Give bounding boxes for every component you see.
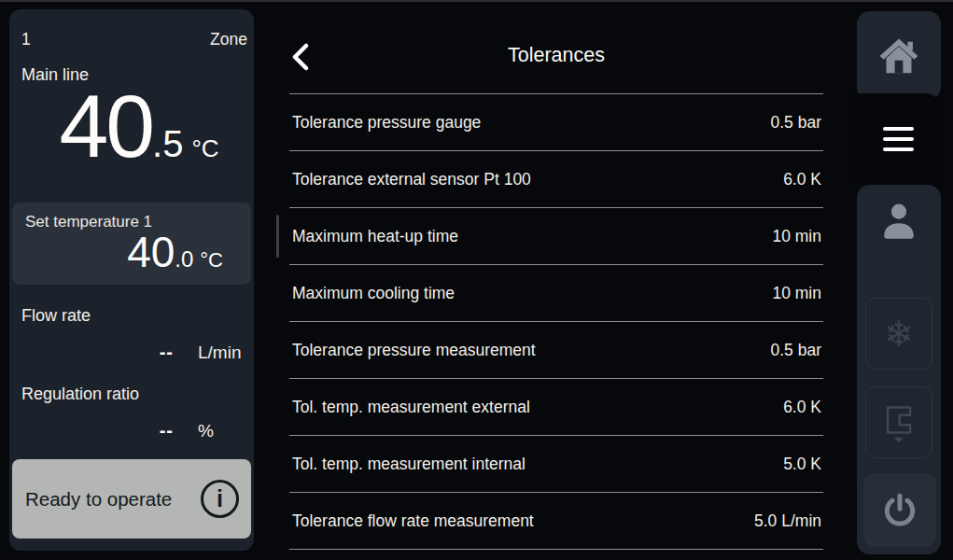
- set-temperature-value: 40 .0 °C: [25, 229, 238, 276]
- page-title: Tolerances: [289, 44, 823, 67]
- set-temp-integer: 40: [127, 229, 175, 276]
- info-icon[interactable]: i: [201, 480, 239, 518]
- row-value: 6.0 K: [783, 170, 821, 189]
- row-label: Tolerance external sensor Pt 100: [292, 170, 531, 189]
- user-icon: [880, 202, 918, 241]
- screen: 1 Zone Main line 40 .5 °C Set temperatur…: [0, 0, 953, 560]
- row-label: Tol. temp. measurement internal: [292, 455, 526, 474]
- status-label: Ready to operate: [25, 488, 172, 511]
- row-label: Tolerance pressure measurement: [292, 341, 536, 360]
- row-value: 0.5 bar: [771, 341, 821, 360]
- page-header: Tolerances: [289, 2, 823, 94]
- row-label: Tolerance flow rate measurement: [292, 511, 534, 531]
- nav-power-button[interactable]: [863, 473, 936, 547]
- main-temp-integer: 40: [59, 82, 152, 171]
- regulation-ratio-unit: %: [198, 421, 214, 441]
- main-temp-unit: °C: [191, 134, 218, 163]
- tolerances-list: Tolerance pressure gauge 0.5 bar Toleran…: [289, 94, 823, 550]
- row-label: Maximum heat-up time: [292, 227, 458, 246]
- zone-panel: 1 Zone Main line 40 .5 °C Set temperatur…: [9, 9, 254, 551]
- list-item-tol-temp-external[interactable]: Tol. temp. measurement external 6.0 K: [289, 379, 823, 436]
- main-temperature-readout: 40 .5 °C: [9, 82, 254, 171]
- home-icon: [878, 37, 919, 75]
- row-label: Maximum cooling time: [292, 284, 455, 303]
- zone-header: 1 Zone: [21, 30, 247, 49]
- row-value: 5.0 K: [783, 455, 821, 474]
- list-item-tol-temp-internal[interactable]: Tol. temp. measurement internal 5.0 K: [289, 436, 823, 493]
- menu-icon: [883, 127, 914, 131]
- row-value: 6.0 K: [783, 398, 821, 417]
- row-value: 10 min: [772, 227, 821, 246]
- scrollbar-thumb[interactable]: [276, 215, 279, 258]
- set-temp-decimal: .0: [175, 246, 193, 273]
- regulation-ratio-label: Regulation ratio: [21, 385, 139, 404]
- row-label: Tol. temp. measurement external: [292, 398, 530, 417]
- row-value: 5.0 L/min: [754, 511, 821, 531]
- nav-home-button[interactable]: [857, 11, 941, 100]
- flow-rate-unit: L/min: [198, 343, 241, 363]
- zone-number: 1: [21, 30, 31, 49]
- set-temperature-card[interactable]: Set temperature 1 40 .0 °C: [12, 203, 251, 285]
- list-item-max-cooling-time[interactable]: Maximum cooling time 10 min: [289, 265, 823, 322]
- row-value: 10 min: [772, 284, 821, 303]
- nav-user-button[interactable]: [857, 202, 941, 241]
- main-temp-decimal: .5: [152, 123, 183, 165]
- power-icon: [881, 492, 918, 529]
- status-banner: Ready to operate i: [12, 459, 251, 539]
- regulation-ratio-value: --: [24, 420, 174, 441]
- flow-rate-label: Flow rate: [21, 306, 91, 326]
- mold-icon: [879, 400, 918, 445]
- list-item-tolerance-pressure-gauge[interactable]: Tolerance pressure gauge 0.5 bar: [289, 94, 823, 151]
- regulation-ratio-readout: -- %: [24, 420, 214, 441]
- list-item-max-heatup-time[interactable]: Maximum heat-up time 10 min: [289, 208, 823, 265]
- snowflake-icon: ❄: [884, 316, 914, 352]
- row-value: 0.5 bar: [771, 113, 821, 133]
- nav-cooling-button[interactable]: ❄: [865, 298, 932, 370]
- flow-rate-readout: -- L/min: [24, 342, 241, 363]
- nav-mold-button[interactable]: [865, 386, 932, 458]
- list-item-tolerance-pressure-measurement[interactable]: Tolerance pressure measurement 0.5 bar: [289, 322, 823, 379]
- set-temp-unit: °C: [200, 248, 223, 273]
- nav-panel: ❄: [857, 185, 941, 554]
- list-item-tolerance-external-sensor[interactable]: Tolerance external sensor Pt 100 6.0 K: [289, 151, 823, 208]
- row-label: Tolerance pressure gauge: [292, 113, 481, 133]
- flow-rate-value: --: [24, 342, 174, 363]
- zone-label: Zone: [210, 30, 247, 49]
- nav-menu-button-active[interactable]: [855, 93, 941, 184]
- list-item-tolerance-flow-rate[interactable]: Tolerance flow rate measurement 5.0 L/mi…: [289, 493, 823, 550]
